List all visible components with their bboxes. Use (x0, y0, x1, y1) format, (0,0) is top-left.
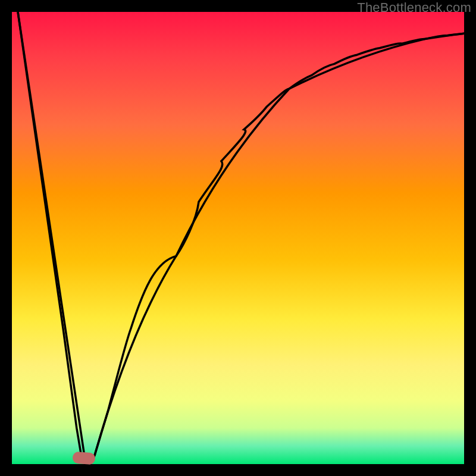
chart-container: TheBottleneck.com (0, 0, 476, 476)
bottleneck-curve-line (18, 12, 464, 464)
watermark-text: TheBottleneck.com (357, 0, 471, 15)
curve-svg (12, 12, 464, 464)
plot-area (12, 12, 464, 464)
bottleneck-curve-smooth (18, 12, 464, 464)
optimal-point-marker (72, 452, 95, 465)
